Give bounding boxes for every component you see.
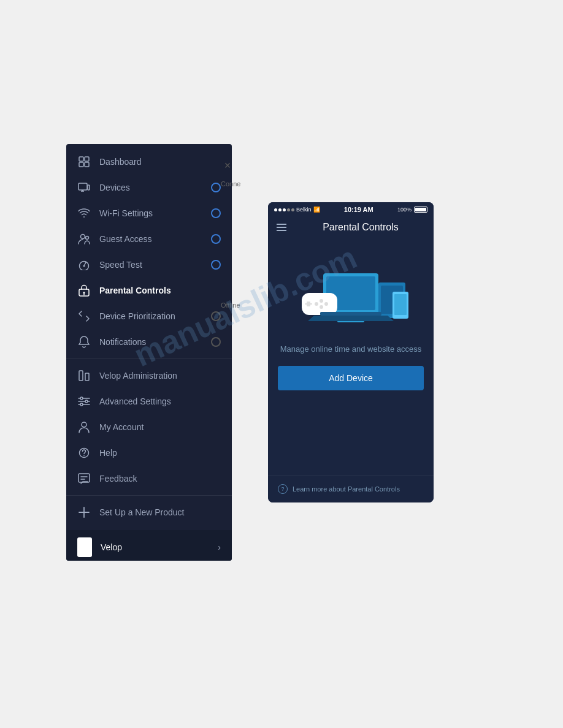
dot-1 [274, 208, 277, 211]
sidebar-item-feedback[interactable]: Feedback [66, 466, 232, 491]
devices-status-indicator [211, 183, 221, 192]
sidebar-item-label-priority: Device Prioritization [99, 311, 175, 321]
carrier-label: Belkin [296, 207, 312, 213]
setup-icon [77, 506, 91, 519]
sidebar-item-devices[interactable]: Devices [66, 175, 232, 200]
status-right: 100% [397, 207, 427, 213]
sidebar-item-velop-admin[interactable]: Velop Administration [66, 363, 232, 389]
sidebar-item-label-account: My Account [99, 422, 144, 432]
sidebar-item-dashboard[interactable]: Dashboard [66, 149, 232, 175]
feedback-icon [77, 472, 91, 485]
account-icon [77, 420, 91, 434]
svg-rect-4 [79, 183, 87, 190]
svg-point-8 [81, 235, 85, 239]
phone-footer: ? Learn more about Parental Controls [268, 475, 434, 502]
sidebar-item-account[interactable]: My Account [66, 414, 232, 440]
svg-rect-5 [88, 185, 90, 190]
hamburger-menu[interactable] [277, 224, 286, 231]
sidebar-item-device-priority[interactable]: Device Prioritization [66, 303, 232, 329]
wifi-signal-icon: 📶 [313, 207, 320, 213]
speed-status-indicator [211, 260, 221, 270]
svg-point-11 [83, 265, 85, 267]
svg-point-22 [80, 403, 83, 406]
sidebar-item-label-wifi: Wi-Fi Settings [99, 208, 153, 218]
sidebar-menu: Dashboard Devices [66, 144, 232, 530]
status-time: 10:19 AM [344, 206, 373, 213]
sidebar-item-parental-controls[interactable]: Parental Controls [66, 278, 232, 303]
svg-rect-26 [79, 474, 90, 482]
velop-footer-label: Velop [101, 542, 122, 552]
svg-point-25 [83, 455, 85, 457]
dot-4 [287, 208, 290, 211]
sidebar-close-button[interactable]: × [218, 156, 237, 175]
add-device-button[interactable]: Add Device [278, 366, 424, 390]
sidebar-item-label-guest: Guest Access [99, 234, 152, 244]
dot-5 [291, 208, 294, 211]
svg-point-42 [320, 299, 323, 303]
phone-content: Manage online time and website access Ad… [268, 239, 434, 475]
notifications-icon [77, 335, 91, 349]
sidebar: Dashboard Devices [66, 144, 232, 561]
sidebar-item-label-help: Help [99, 448, 117, 458]
sidebar-item-speed-test[interactable]: Speed Test [66, 252, 232, 278]
sidebar-item-label-dashboard: Dashboard [99, 157, 142, 167]
sidebar-item-advanced[interactable]: Advanced Settings [66, 389, 232, 414]
admin-icon [77, 369, 91, 382]
sidebar-item-help[interactable]: Help [66, 440, 232, 466]
help-icon [77, 446, 91, 460]
sidebar-item-label-speed: Speed Test [99, 260, 142, 270]
parental-controls-icon [77, 284, 91, 297]
svg-point-20 [80, 397, 83, 400]
connected-label: Conne [221, 180, 240, 188]
velop-device-icon [77, 537, 92, 557]
devices-svg [289, 255, 412, 335]
phone-page-title: Parental Controls [296, 222, 425, 233]
sidebar-footer-chevron: › [218, 542, 221, 552]
sidebar-footer[interactable]: Velop › [66, 530, 232, 561]
guest-icon [77, 232, 91, 246]
notifications-status-indicator [211, 337, 221, 347]
svg-rect-46 [320, 312, 381, 316]
sidebar-item-label-feedback: Feedback [99, 474, 137, 483]
sidebar-divider-2 [66, 495, 232, 496]
signal-dots [274, 208, 294, 211]
dashboard-icon [77, 155, 91, 169]
parental-controls-illustration [289, 255, 412, 335]
svg-rect-3 [85, 162, 89, 167]
svg-point-23 [82, 422, 86, 427]
sidebar-item-guest-access[interactable]: Guest Access [66, 226, 232, 252]
battery-percent: 100% [397, 207, 412, 213]
offline-label: Offline [221, 301, 240, 309]
learn-more-text: Learn more about Parental Controls [293, 485, 400, 493]
battery-bar [414, 207, 427, 213]
sidebar-item-label-advanced: Advanced Settings [99, 396, 171, 406]
phone-screen: Belkin 📶 10:19 AM 100% Parental Controls [268, 202, 434, 502]
phone-status-bar: Belkin 📶 10:19 AM 100% [268, 202, 434, 217]
learn-more-icon: ? [278, 484, 288, 494]
settings-icon [77, 395, 91, 408]
svg-rect-38 [394, 294, 407, 315]
svg-point-44 [320, 305, 323, 309]
close-icon: × [224, 159, 231, 172]
sidebar-item-label-admin: Velop Administration [99, 371, 177, 381]
svg-rect-41 [305, 303, 312, 305]
svg-point-43 [324, 302, 328, 306]
sidebar-divider-1 [66, 358, 232, 359]
svg-point-9 [86, 237, 89, 240]
priority-status-indicator [211, 311, 221, 321]
sidebar-item-label-parental: Parental Controls [99, 286, 171, 295]
svg-point-45 [315, 302, 318, 306]
sidebar-item-wifi[interactable]: Wi-Fi Settings [66, 200, 232, 226]
priority-icon [77, 309, 91, 323]
sidebar-item-notifications[interactable]: Notifications [66, 329, 232, 355]
dot-3 [283, 208, 286, 211]
svg-rect-0 [79, 157, 83, 161]
phone-header: Parental Controls [268, 217, 434, 239]
speed-icon [77, 258, 91, 271]
svg-rect-15 [79, 371, 83, 381]
sidebar-item-label-setup: Set Up a New Product [99, 507, 185, 517]
devices-icon [77, 181, 91, 194]
phone-description: Manage online time and website access [280, 344, 422, 354]
sidebar-item-setup[interactable]: Set Up a New Product [66, 499, 232, 525]
status-left: Belkin 📶 [274, 207, 320, 213]
